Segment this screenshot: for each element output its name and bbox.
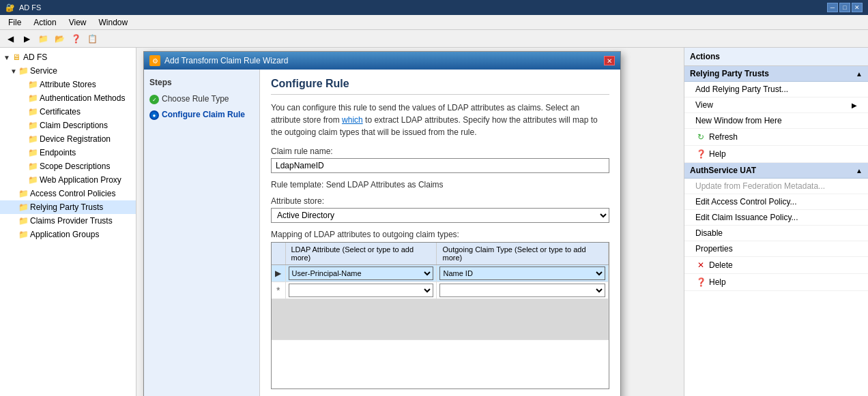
- actions-section-header-uat[interactable]: AuthService UAT ▲: [684, 163, 868, 179]
- attr-stores-icon: 📁: [27, 79, 38, 90]
- maximize-button[interactable]: □: [839, 3, 850, 12]
- attribute-store-select[interactable]: Active Directory: [271, 208, 609, 223]
- action-label-help-rpt: Help: [709, 149, 726, 159]
- action-label-edit-acp: Edit Access Control Policy...: [695, 197, 797, 207]
- col-ldap-header: LDAP Attribute (Select or type to add mo…: [285, 243, 437, 265]
- action-properties[interactable]: Properties: [684, 241, 868, 257]
- adfs-expand-icon: ▼: [3, 54, 11, 61]
- chevron-up-uat: ▲: [856, 167, 863, 174]
- rule-template-display: Rule template: Send LDAP Attributes as C…: [271, 180, 609, 189]
- action-delete[interactable]: ✕ Delete: [684, 257, 868, 274]
- wizard-desc-link[interactable]: which: [342, 115, 363, 125]
- sidebar-label-attribute-stores: Attribute Stores: [40, 80, 96, 89]
- action-label-help-uat: Help: [709, 277, 726, 287]
- attribute-store-label: Attribute store:: [271, 196, 609, 206]
- wizard-title-bar: ⚙ Add Transform Claim Rule Wizard ✕: [144, 52, 620, 70]
- toolbar-help-button[interactable]: ❓: [68, 32, 83, 46]
- sidebar-label-relying-party-trusts: Relying Party Trusts: [30, 202, 103, 212]
- sidebar-item-relying-party-trusts[interactable]: 📁 Relying Party Trusts: [0, 200, 136, 214]
- menu-action[interactable]: Action: [28, 16, 61, 29]
- chevron-up-rpt: ▲: [856, 70, 863, 78]
- close-button[interactable]: ✕: [852, 3, 863, 12]
- menu-bar: File Action View Window: [0, 15, 868, 30]
- sidebar-item-auth-methods[interactable]: 📁 Authentication Methods: [0, 91, 136, 105]
- menu-view[interactable]: View: [63, 16, 92, 29]
- toolbar-up-button[interactable]: 📁: [35, 32, 50, 46]
- wizard-close-button[interactable]: ✕: [604, 56, 615, 65]
- row-1-ldap-select[interactable]: User-Principal-Name: [289, 266, 434, 280]
- cpt-icon: 📁: [18, 215, 29, 226]
- action-update-from-federation: Update from Federation Metadata...: [684, 179, 868, 194]
- acp-icon: 📁: [18, 188, 29, 199]
- action-disable[interactable]: Disable: [684, 226, 868, 241]
- form-group-mapping: Mapping of LDAP attributes to outgoing c…: [271, 230, 609, 389]
- mapping-empty-row: [272, 299, 609, 340]
- row-indicator-1: ▶: [272, 265, 285, 282]
- action-help-rpt[interactable]: ❓ Help: [684, 146, 868, 163]
- wizard-content: Steps ✓ Choose Rule Type ● Configure Cla…: [144, 70, 620, 396]
- row-new-outgoing-select[interactable]: [439, 284, 605, 297]
- sidebar-item-claim-descriptions[interactable]: 📁 Claim Descriptions: [0, 119, 136, 132]
- right-panel: Actions Relying Party Trusts ▲ Add Relyi…: [684, 48, 868, 396]
- row-new-ldap-select[interactable]: [289, 284, 434, 297]
- claim-desc-icon: 📁: [27, 120, 38, 131]
- sidebar-item-attribute-stores[interactable]: 📁 Attribute Stores: [0, 78, 136, 91]
- action-edit-access-control-policy[interactable]: Edit Access Control Policy...: [684, 194, 868, 210]
- toolbar-info-button[interactable]: 📋: [85, 32, 100, 46]
- sidebar-label-service: Service: [30, 66, 57, 76]
- action-label-add-relying-party-trust: Add Relying Party Trust...: [695, 85, 788, 94]
- action-edit-claim-issuance-policy[interactable]: Edit Claim Issuance Policy...: [684, 210, 868, 226]
- adfs-icon: 🖥: [11, 52, 22, 63]
- sidebar-label-access-control-policies: Access Control Policies: [30, 189, 115, 198]
- form-group-attribute-store: Attribute store: Active Directory: [271, 196, 609, 223]
- action-add-relying-party-trust[interactable]: Add Relying Party Trust...: [684, 82, 868, 97]
- sidebar-item-access-control-policies[interactable]: 📁 Access Control Policies: [0, 187, 136, 200]
- sidebar-item-service[interactable]: ▼ 📁 Service: [0, 64, 136, 78]
- action-view[interactable]: View ▶: [684, 97, 868, 113]
- sidebar-item-claims-provider-trusts[interactable]: 📁 Claims Provider Trusts: [0, 214, 136, 228]
- wizard-title-left: ⚙ Add Transform Claim Rule Wizard: [149, 55, 288, 66]
- auth-methods-icon: 📁: [27, 93, 38, 104]
- toolbar-forward-button[interactable]: ▶: [19, 32, 34, 46]
- sidebar-label-auth-methods: Authentication Methods: [40, 93, 125, 103]
- menu-window[interactable]: Window: [93, 16, 134, 29]
- scope-desc-icon: 📁: [27, 161, 38, 172]
- mapping-table-container: LDAP Attribute (Select or type to add mo…: [271, 242, 609, 389]
- sidebar: ▼ 🖥 AD FS ▼ 📁 Service 📁 Attribute Stores: [0, 48, 136, 396]
- sidebar-item-scope-descriptions[interactable]: 📁 Scope Descriptions: [0, 159, 136, 173]
- action-label-edit-cip: Edit Claim Issuance Policy...: [695, 213, 798, 222]
- row-1-outgoing-select[interactable]: Name ID: [439, 266, 605, 280]
- sidebar-item-device-registration[interactable]: 📁 Device Registration: [0, 132, 136, 146]
- actions-section-header-rpt[interactable]: Relying Party Trusts ▲: [684, 66, 868, 82]
- service-expand-icon: ▼: [10, 67, 18, 75]
- action-label-delete: Delete: [709, 260, 733, 270]
- action-label-new-window: New Window from Here: [695, 116, 782, 125]
- dialog-area: ⚙ Add Transform Claim Rule Wizard ✕ Step…: [136, 48, 684, 396]
- minimize-button[interactable]: ─: [827, 3, 838, 12]
- toolbar-back-button[interactable]: ◀: [3, 32, 18, 46]
- action-new-window-from-here[interactable]: New Window from Here: [684, 113, 868, 129]
- sidebar-item-endpoints[interactable]: 📁 Endpoints: [0, 146, 136, 159]
- table-row: *: [272, 282, 609, 299]
- wizard-title-text: Add Transform Claim Rule Wizard: [164, 56, 288, 65]
- row-1-ldap-cell: User-Principal-Name: [285, 265, 437, 282]
- sidebar-item-application-groups[interactable]: 📁 Application Groups: [0, 228, 136, 241]
- step-item-choose-rule-type: ✓ Choose Rule Type: [149, 94, 254, 104]
- actions-section-rpt: Relying Party Trusts ▲ Add Relying Party…: [684, 66, 868, 163]
- menu-file[interactable]: File: [3, 16, 27, 29]
- actions-section-uat: AuthService UAT ▲ Update from Federation…: [684, 163, 868, 291]
- action-help-uat[interactable]: ❓ Help: [684, 274, 868, 291]
- endpoints-icon: 📁: [27, 147, 38, 158]
- sidebar-item-certificates[interactable]: 📁 Certificates: [0, 105, 136, 119]
- mapping-label: Mapping of LDAP attributes to outgoing c…: [271, 230, 609, 239]
- sidebar-item-adfs[interactable]: ▼ 🖥 AD FS: [0, 50, 136, 64]
- actions-section-title-uat: AuthService UAT: [690, 166, 756, 175]
- app-title: AD FS: [19, 3, 41, 12]
- sidebar-item-web-app-proxy[interactable]: 📁 Web Application Proxy: [0, 173, 136, 187]
- claim-rule-name-input[interactable]: [271, 158, 609, 173]
- toolbar-folder-button[interactable]: 📂: [52, 32, 67, 46]
- wizard-page-title: Configure Rule: [271, 78, 609, 95]
- title-bar-left: 🔐 AD FS: [5, 3, 41, 12]
- action-refresh[interactable]: ↻ Refresh: [684, 129, 868, 146]
- sidebar-label-web-app-proxy: Web Application Proxy: [40, 175, 121, 185]
